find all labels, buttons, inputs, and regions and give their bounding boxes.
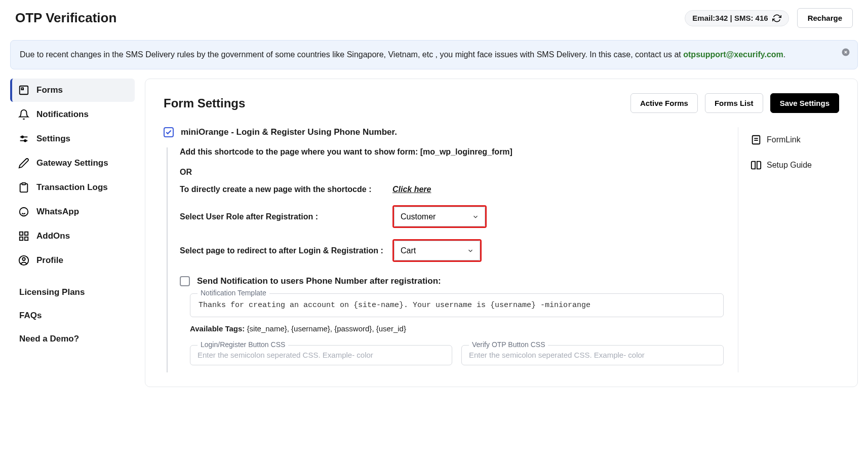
sidebar-item-label: Gateway Settings (36, 158, 108, 168)
form-title: miniOrange - Login & Register Using Phon… (181, 127, 397, 137)
shortcode-value: [mo_wp_loginreg_form] (420, 147, 512, 156)
sidebar-item-label: Forms (36, 85, 63, 95)
verify-css-fieldset: Verify OTP Button CSS (461, 345, 724, 365)
login-css-legend: Login/Register Button CSS (198, 340, 288, 349)
sidebar-item-label: Transaction Logs (36, 182, 108, 193)
svg-point-5 (21, 136, 23, 138)
refresh-icon[interactable] (772, 14, 781, 23)
bell-icon (18, 109, 29, 120)
forms-list-button[interactable]: Forms List (705, 93, 763, 113)
svg-point-8 (20, 208, 28, 216)
sidebar-item-whatsapp[interactable]: WhatsApp (10, 200, 135, 223)
alert-text: Due to recent changes in the SMS Deliver… (20, 50, 683, 59)
sidebar-item-label: Settings (36, 134, 70, 144)
book-icon (751, 160, 762, 171)
role-label: Select User Role after Registration : (180, 212, 392, 221)
notification-label: Send Notification to users Phone Number … (197, 276, 441, 286)
verify-css-input[interactable] (469, 351, 716, 359)
svg-rect-7 (22, 183, 25, 185)
svg-point-6 (24, 140, 26, 142)
verify-css-legend: Verify OTP Button CSS (469, 340, 548, 349)
redirect-select-wrap: Cart (392, 239, 482, 262)
whatsapp-icon (18, 206, 29, 217)
sidebar-item-label: Licensing Plans (19, 287, 85, 297)
alert-email-link[interactable]: otpsupport@xecurify.com (683, 50, 783, 59)
alert-banner: Due to recent changes in the SMS Deliver… (10, 40, 858, 69)
user-icon (18, 255, 29, 266)
document-icon (751, 134, 762, 145)
create-page-label: To directly create a new page with the s… (180, 185, 392, 194)
notification-checkbox[interactable] (180, 276, 190, 286)
login-css-input[interactable] (198, 351, 445, 359)
sidebar-item-licensing[interactable]: Licensing Plans (10, 281, 135, 303)
form-enable-checkbox[interactable] (164, 127, 174, 137)
active-forms-button[interactable]: Active Forms (630, 93, 698, 113)
save-settings-button[interactable]: Save Settings (770, 93, 839, 113)
sidebar-item-logs[interactable]: Transaction Logs (10, 176, 135, 199)
section-title: Form Settings (164, 96, 245, 110)
credit-status: Email:342 | SMS: 416 (685, 10, 788, 26)
header: OTP Verification Email:342 | SMS: 416 Re… (0, 0, 868, 36)
role-select[interactable]: Customer (394, 207, 485, 226)
clipboard-icon (18, 182, 29, 193)
template-text[interactable]: Thanks for creating an account on {site-… (199, 301, 715, 310)
tags-label: Available Tags: (190, 324, 247, 333)
tags-list: {site_name}, {username}, {password}, {us… (247, 324, 406, 333)
shortcode-prefix: Add this shortcode to the page where you… (180, 147, 420, 156)
or-separator: OR (180, 168, 724, 177)
sidebar-item-label: Profile (36, 255, 63, 265)
sidebar-item-label: FAQs (19, 311, 42, 321)
sidebar-item-label: WhatsApp (36, 207, 79, 217)
formlink-button[interactable]: FormLink (748, 127, 839, 153)
sidebar-item-forms[interactable]: Forms (10, 79, 135, 102)
svg-point-14 (22, 258, 25, 261)
sidebar-item-label: Notifications (36, 109, 89, 120)
close-icon[interactable] (841, 48, 850, 57)
recharge-button[interactable]: Recharge (797, 8, 853, 28)
sidebar-item-profile[interactable]: Profile (10, 249, 135, 272)
sidebar-item-addons[interactable]: AddOns (10, 224, 135, 248)
alert-suffix: . (783, 50, 785, 59)
template-fieldset: Notification Template Thanks for creatin… (190, 293, 724, 317)
svg-rect-12 (25, 237, 28, 240)
sidebar-item-label: AddOns (36, 231, 70, 241)
svg-rect-11 (20, 237, 23, 240)
pencil-icon (18, 158, 29, 169)
role-select-wrap: Customer (392, 205, 487, 228)
svg-rect-9 (20, 232, 23, 235)
forms-icon (18, 85, 29, 96)
sidebar-item-label: Need a Demo? (19, 334, 79, 344)
available-tags: Available Tags: {site_name}, {username},… (190, 324, 724, 333)
sidebar-item-faqs[interactable]: FAQs (10, 305, 135, 327)
svg-rect-10 (25, 232, 28, 235)
sidebar-item-settings[interactable]: Settings (10, 127, 135, 150)
sidebar-item-demo[interactable]: Need a Demo? (10, 328, 135, 350)
page-title: OTP Verification (15, 10, 116, 26)
right-rail: FormLink Setup Guide (738, 127, 839, 372)
credit-status-text: Email:342 | SMS: 416 (692, 14, 768, 22)
main-panel: Form Settings Active Forms Forms List Sa… (145, 79, 858, 387)
svg-rect-2 (21, 88, 23, 90)
redirect-label: Select page to redirect to after Login &… (180, 246, 392, 255)
redirect-select[interactable]: Cart (394, 241, 480, 260)
setup-guide-button[interactable]: Setup Guide (748, 153, 839, 178)
sidebar-item-gateway[interactable]: Gateway Settings (10, 151, 135, 175)
formlink-label: FormLink (767, 135, 801, 144)
login-css-fieldset: Login/Register Button CSS (190, 345, 452, 365)
grid-icon (18, 231, 29, 242)
header-actions: Email:342 | SMS: 416 Recharge (685, 8, 853, 28)
setup-guide-label: Setup Guide (767, 161, 812, 170)
sidebar: Forms Notifications Settings Gateway Set… (10, 79, 135, 397)
sidebar-item-notifications[interactable]: Notifications (10, 103, 135, 126)
click-here-link[interactable]: Click here (392, 185, 431, 194)
template-legend: Notification Template (198, 289, 269, 297)
sliders-icon (18, 133, 29, 144)
